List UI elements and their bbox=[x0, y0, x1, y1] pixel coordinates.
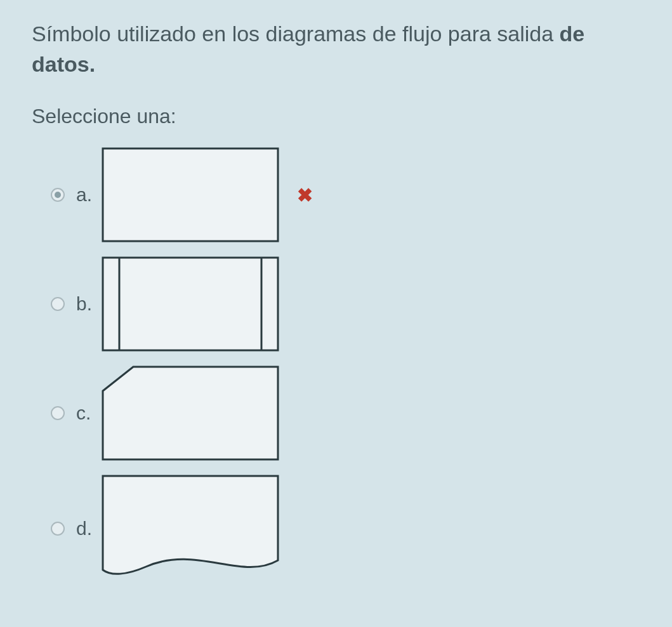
question-text: Símbolo utilizado en los diagramas de fl… bbox=[32, 19, 647, 79]
options-list: a. ✖ b. c. d. bbox=[32, 147, 647, 583]
option-a[interactable]: a. ✖ bbox=[51, 147, 647, 242]
instruction-text: Seleccione una: bbox=[32, 105, 647, 128]
svg-rect-1 bbox=[103, 258, 278, 350]
option-c[interactable]: c. bbox=[51, 366, 647, 461]
option-a-label: a. bbox=[76, 184, 102, 206]
option-c-shape bbox=[102, 366, 286, 461]
svg-marker-4 bbox=[103, 367, 278, 459]
option-b-shape bbox=[102, 256, 286, 352]
rectangle-symbol-icon bbox=[102, 147, 279, 242]
option-a-shape bbox=[102, 147, 286, 242]
option-c-label: c. bbox=[76, 402, 102, 424]
option-b[interactable]: b. bbox=[51, 256, 647, 352]
option-d-label: d. bbox=[76, 518, 102, 539]
predefined-process-symbol-icon bbox=[102, 256, 279, 352]
card-symbol-icon bbox=[102, 366, 279, 461]
incorrect-icon: ✖ bbox=[297, 184, 313, 206]
question-prefix: Símbolo utilizado en los diagramas de fl… bbox=[32, 22, 560, 46]
svg-rect-0 bbox=[103, 148, 278, 241]
option-d-shape bbox=[102, 475, 286, 583]
radio-d[interactable] bbox=[51, 522, 65, 536]
radio-a[interactable] bbox=[51, 188, 65, 202]
radio-b[interactable] bbox=[51, 297, 65, 311]
document-symbol-icon bbox=[102, 475, 279, 583]
radio-c[interactable] bbox=[51, 406, 65, 420]
option-b-label: b. bbox=[76, 293, 102, 315]
option-d[interactable]: d. bbox=[51, 475, 647, 583]
